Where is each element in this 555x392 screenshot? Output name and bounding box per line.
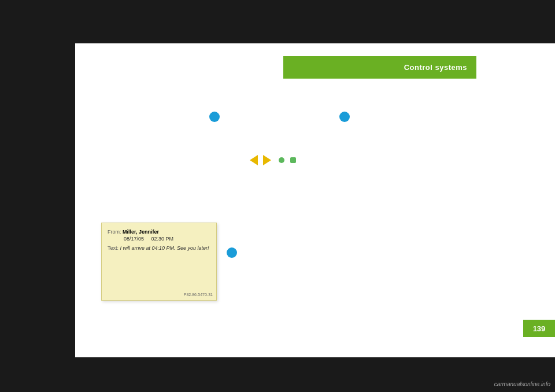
blue-indicator-2 — [339, 112, 350, 122]
card-id: P82.86-5470-31 — [184, 293, 213, 297]
section-title: Control systems — [404, 63, 467, 72]
message-card: From: Miller, Jennifer 08/17/05 02:30 PM… — [101, 223, 217, 301]
date-value: 08/17/05 — [124, 236, 144, 242]
section-header: Control systems — [283, 56, 476, 79]
from-line: From: Miller, Jennifer — [108, 229, 210, 235]
top-margin — [75, 0, 555, 43]
watermark: carmanualsonline.info — [494, 381, 550, 387]
text-label: Text: — [108, 245, 119, 251]
content-area — [75, 43, 555, 357]
green-dot-indicator — [279, 157, 284, 163]
text-content: I will arrive at 04:10 PM. See you later… — [120, 245, 209, 251]
bottom-margin — [75, 357, 555, 392]
from-label: From: — [108, 229, 121, 235]
left-margin — [0, 0, 75, 392]
time-value: 02:30 PM — [151, 236, 174, 242]
page-number: 139 — [533, 324, 546, 333]
from-value: Miller, Jennifer — [123, 229, 159, 235]
arrow-left-icon[interactable] — [250, 155, 258, 165]
arrow-right-icon[interactable] — [263, 155, 271, 165]
blue-indicator-1 — [209, 112, 220, 122]
text-label-line: Text: I will arrive at 04:10 PM. See you… — [108, 245, 210, 251]
page-number-box: 139 — [523, 320, 555, 337]
date-line: 08/17/05 02:30 PM — [108, 236, 210, 242]
green-square-indicator — [290, 157, 296, 163]
blue-indicator-3 — [227, 247, 237, 258]
